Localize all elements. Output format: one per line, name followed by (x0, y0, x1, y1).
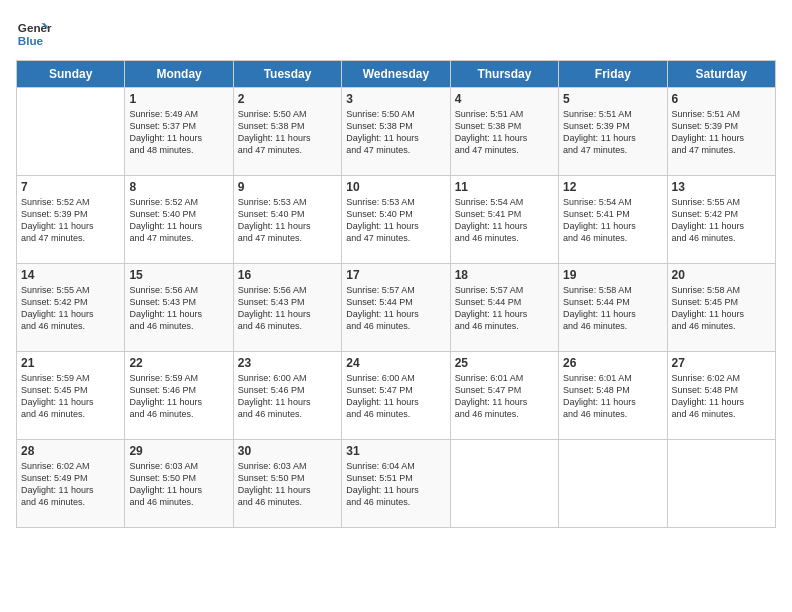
calendar-cell: 11Sunrise: 5:54 AMSunset: 5:41 PMDayligh… (450, 176, 558, 264)
day-number: 1 (129, 92, 228, 106)
cell-sun-info: Sunrise: 6:00 AMSunset: 5:46 PMDaylight:… (238, 372, 337, 421)
calendar-table: SundayMondayTuesdayWednesdayThursdayFrid… (16, 60, 776, 528)
cell-sun-info: Sunrise: 5:58 AMSunset: 5:45 PMDaylight:… (672, 284, 771, 333)
cell-sun-info: Sunrise: 5:59 AMSunset: 5:46 PMDaylight:… (129, 372, 228, 421)
weekday-header: Sunday (17, 61, 125, 88)
calendar-cell: 23Sunrise: 6:00 AMSunset: 5:46 PMDayligh… (233, 352, 341, 440)
calendar-cell: 15Sunrise: 5:56 AMSunset: 5:43 PMDayligh… (125, 264, 233, 352)
calendar-cell: 29Sunrise: 6:03 AMSunset: 5:50 PMDayligh… (125, 440, 233, 528)
day-number: 12 (563, 180, 662, 194)
day-number: 24 (346, 356, 445, 370)
calendar-week-row: 1Sunrise: 5:49 AMSunset: 5:37 PMDaylight… (17, 88, 776, 176)
calendar-week-row: 21Sunrise: 5:59 AMSunset: 5:45 PMDayligh… (17, 352, 776, 440)
day-number: 20 (672, 268, 771, 282)
calendar-cell: 22Sunrise: 5:59 AMSunset: 5:46 PMDayligh… (125, 352, 233, 440)
day-number: 6 (672, 92, 771, 106)
cell-sun-info: Sunrise: 6:01 AMSunset: 5:47 PMDaylight:… (455, 372, 554, 421)
day-number: 15 (129, 268, 228, 282)
calendar-cell: 6Sunrise: 5:51 AMSunset: 5:39 PMDaylight… (667, 88, 775, 176)
calendar-cell: 4Sunrise: 5:51 AMSunset: 5:38 PMDaylight… (450, 88, 558, 176)
cell-sun-info: Sunrise: 5:56 AMSunset: 5:43 PMDaylight:… (129, 284, 228, 333)
cell-sun-info: Sunrise: 5:55 AMSunset: 5:42 PMDaylight:… (21, 284, 120, 333)
day-number: 25 (455, 356, 554, 370)
day-number: 10 (346, 180, 445, 194)
day-number: 30 (238, 444, 337, 458)
cell-sun-info: Sunrise: 5:51 AMSunset: 5:39 PMDaylight:… (563, 108, 662, 157)
calendar-cell (17, 88, 125, 176)
calendar-cell: 8Sunrise: 5:52 AMSunset: 5:40 PMDaylight… (125, 176, 233, 264)
cell-sun-info: Sunrise: 6:02 AMSunset: 5:48 PMDaylight:… (672, 372, 771, 421)
calendar-cell: 16Sunrise: 5:56 AMSunset: 5:43 PMDayligh… (233, 264, 341, 352)
day-number: 28 (21, 444, 120, 458)
day-number: 2 (238, 92, 337, 106)
calendar-cell: 1Sunrise: 5:49 AMSunset: 5:37 PMDaylight… (125, 88, 233, 176)
day-number: 21 (21, 356, 120, 370)
calendar-cell: 20Sunrise: 5:58 AMSunset: 5:45 PMDayligh… (667, 264, 775, 352)
day-number: 14 (21, 268, 120, 282)
day-number: 16 (238, 268, 337, 282)
calendar-cell: 26Sunrise: 6:01 AMSunset: 5:48 PMDayligh… (559, 352, 667, 440)
calendar-cell: 17Sunrise: 5:57 AMSunset: 5:44 PMDayligh… (342, 264, 450, 352)
day-number: 23 (238, 356, 337, 370)
cell-sun-info: Sunrise: 6:03 AMSunset: 5:50 PMDaylight:… (129, 460, 228, 509)
calendar-header-row: SundayMondayTuesdayWednesdayThursdayFrid… (17, 61, 776, 88)
calendar-cell: 3Sunrise: 5:50 AMSunset: 5:38 PMDaylight… (342, 88, 450, 176)
cell-sun-info: Sunrise: 6:02 AMSunset: 5:49 PMDaylight:… (21, 460, 120, 509)
cell-sun-info: Sunrise: 5:59 AMSunset: 5:45 PMDaylight:… (21, 372, 120, 421)
page-header: General Blue (16, 16, 776, 52)
cell-sun-info: Sunrise: 6:01 AMSunset: 5:48 PMDaylight:… (563, 372, 662, 421)
cell-sun-info: Sunrise: 5:53 AMSunset: 5:40 PMDaylight:… (238, 196, 337, 245)
calendar-week-row: 28Sunrise: 6:02 AMSunset: 5:49 PMDayligh… (17, 440, 776, 528)
day-number: 19 (563, 268, 662, 282)
calendar-cell: 13Sunrise: 5:55 AMSunset: 5:42 PMDayligh… (667, 176, 775, 264)
calendar-cell: 30Sunrise: 6:03 AMSunset: 5:50 PMDayligh… (233, 440, 341, 528)
cell-sun-info: Sunrise: 5:54 AMSunset: 5:41 PMDaylight:… (563, 196, 662, 245)
day-number: 9 (238, 180, 337, 194)
day-number: 17 (346, 268, 445, 282)
cell-sun-info: Sunrise: 6:00 AMSunset: 5:47 PMDaylight:… (346, 372, 445, 421)
calendar-cell: 31Sunrise: 6:04 AMSunset: 5:51 PMDayligh… (342, 440, 450, 528)
day-number: 11 (455, 180, 554, 194)
calendar-cell: 24Sunrise: 6:00 AMSunset: 5:47 PMDayligh… (342, 352, 450, 440)
calendar-cell (667, 440, 775, 528)
calendar-cell: 7Sunrise: 5:52 AMSunset: 5:39 PMDaylight… (17, 176, 125, 264)
svg-text:Blue: Blue (18, 34, 44, 47)
day-number: 29 (129, 444, 228, 458)
day-number: 27 (672, 356, 771, 370)
calendar-cell: 14Sunrise: 5:55 AMSunset: 5:42 PMDayligh… (17, 264, 125, 352)
day-number: 5 (563, 92, 662, 106)
cell-sun-info: Sunrise: 5:57 AMSunset: 5:44 PMDaylight:… (346, 284, 445, 333)
day-number: 22 (129, 356, 228, 370)
calendar-cell: 5Sunrise: 5:51 AMSunset: 5:39 PMDaylight… (559, 88, 667, 176)
cell-sun-info: Sunrise: 5:54 AMSunset: 5:41 PMDaylight:… (455, 196, 554, 245)
logo: General Blue (16, 16, 52, 52)
cell-sun-info: Sunrise: 6:04 AMSunset: 5:51 PMDaylight:… (346, 460, 445, 509)
weekday-header: Tuesday (233, 61, 341, 88)
day-number: 26 (563, 356, 662, 370)
calendar-cell: 28Sunrise: 6:02 AMSunset: 5:49 PMDayligh… (17, 440, 125, 528)
weekday-header: Saturday (667, 61, 775, 88)
weekday-header: Thursday (450, 61, 558, 88)
calendar-cell (450, 440, 558, 528)
day-number: 7 (21, 180, 120, 194)
weekday-header: Monday (125, 61, 233, 88)
calendar-cell: 12Sunrise: 5:54 AMSunset: 5:41 PMDayligh… (559, 176, 667, 264)
cell-sun-info: Sunrise: 5:58 AMSunset: 5:44 PMDaylight:… (563, 284, 662, 333)
cell-sun-info: Sunrise: 5:50 AMSunset: 5:38 PMDaylight:… (346, 108, 445, 157)
day-number: 31 (346, 444, 445, 458)
cell-sun-info: Sunrise: 5:51 AMSunset: 5:39 PMDaylight:… (672, 108, 771, 157)
calendar-cell (559, 440, 667, 528)
weekday-header: Friday (559, 61, 667, 88)
day-number: 3 (346, 92, 445, 106)
calendar-week-row: 14Sunrise: 5:55 AMSunset: 5:42 PMDayligh… (17, 264, 776, 352)
calendar-cell: 25Sunrise: 6:01 AMSunset: 5:47 PMDayligh… (450, 352, 558, 440)
cell-sun-info: Sunrise: 5:52 AMSunset: 5:39 PMDaylight:… (21, 196, 120, 245)
cell-sun-info: Sunrise: 5:55 AMSunset: 5:42 PMDaylight:… (672, 196, 771, 245)
calendar-cell: 19Sunrise: 5:58 AMSunset: 5:44 PMDayligh… (559, 264, 667, 352)
cell-sun-info: Sunrise: 5:51 AMSunset: 5:38 PMDaylight:… (455, 108, 554, 157)
calendar-cell: 27Sunrise: 6:02 AMSunset: 5:48 PMDayligh… (667, 352, 775, 440)
day-number: 13 (672, 180, 771, 194)
cell-sun-info: Sunrise: 5:49 AMSunset: 5:37 PMDaylight:… (129, 108, 228, 157)
day-number: 4 (455, 92, 554, 106)
cell-sun-info: Sunrise: 5:53 AMSunset: 5:40 PMDaylight:… (346, 196, 445, 245)
